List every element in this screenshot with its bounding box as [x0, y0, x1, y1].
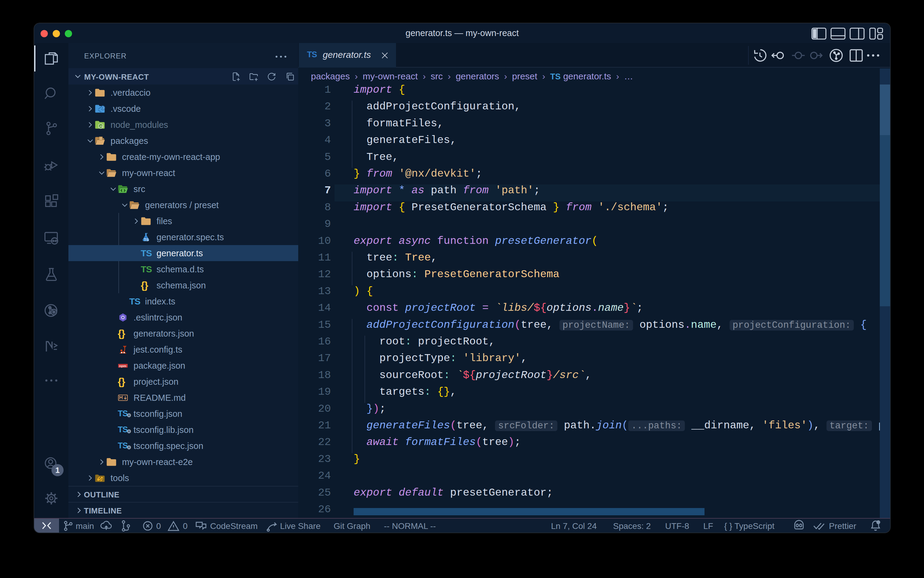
- svg-text:TS: TS: [144, 237, 149, 242]
- svg-text:JS: JS: [99, 124, 103, 128]
- svg-text:npm: npm: [119, 364, 126, 367]
